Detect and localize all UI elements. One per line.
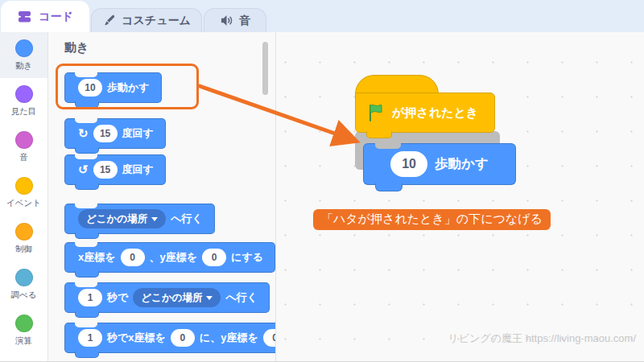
category-label: 見た目 [11,106,37,117]
block-label: へ行く [225,290,258,305]
category-sound[interactable]: 音 [0,124,47,170]
palette-category-header: 動き [64,40,89,56]
x-input[interactable]: 0 [121,249,145,266]
degrees-input[interactable]: 15 [93,161,118,179]
hat-dome [355,75,439,94]
category-looks[interactable]: 見た目 [0,78,47,124]
block-label: 秒でx座標を [107,331,166,345]
block-palette: 動き 10 歩動かす ↻ 15 度回す ↺ 15 度回す どこかの場所 へ行く … [48,32,275,362]
dropdown-value: どこかの場所 [86,212,147,226]
category-color-dot [15,39,33,57]
speaker-icon [220,14,233,27]
block-label: 秒で [107,290,128,305]
category-label: 制御 [15,244,32,255]
category-label: 音 [19,152,28,163]
degrees-input[interactable]: 15 [93,125,118,142]
glide-target-dropdown[interactable]: どこかの場所 [133,288,221,307]
category-color-dot [15,177,33,195]
block-label: にする [231,250,263,265]
category-events[interactable]: イベント [0,170,47,216]
y-input[interactable]: 0 [202,249,226,266]
code-blocks-icon [17,10,33,23]
block-set-xy[interactable]: x座標を 0 、y座標を 0 にする [64,242,275,273]
category-label: 演算 [15,335,32,347]
category-color-dot [15,223,33,241]
tab-sounds[interactable]: 音 [204,8,266,32]
block-label: 度回す [122,126,154,141]
chevron-down-icon [206,296,213,300]
dropdown-value: どこかの場所 [141,291,202,305]
green-flag-icon [367,103,385,122]
block-when-flag-clicked[interactable]: が押されたとき [355,75,495,133]
category-label: イベント [6,198,41,209]
seconds-input[interactable]: 1 [78,329,102,347]
hat-block-label: が押されたとき [392,105,478,121]
category-color-dot [15,269,33,286]
block-label: x座標を [78,250,116,265]
tutorial-annotation: 「ハタが押されたとき」の下につなげる [313,209,551,230]
block-label: へ行く [171,212,203,226]
block-turn-right[interactable]: ↻ 15 度回す [64,118,166,149]
block-label: 、y座標を [150,250,198,265]
category-operators[interactable]: 演算 [0,307,47,353]
category-color-dot [15,85,33,103]
category-color-dot [15,315,33,332]
category-motion[interactable]: 動き [0,32,47,78]
paintbrush-icon [102,14,116,27]
block-move-steps-canvas[interactable]: 10 歩動かす [363,143,516,185]
block-label: 歩動かす [107,80,150,95]
category-sensing[interactable]: 調べる [0,261,47,307]
turn-right-icon: ↻ [78,126,89,141]
code-canvas[interactable]: が押されたとき 10 歩動かす 「ハタが押されたとき」の下につなげる リビングの… [275,32,644,362]
category-color-dot [15,131,33,149]
turn-left-icon: ↺ [78,162,89,177]
palette-scrollbar[interactable] [262,42,268,95]
category-sidebar: 動き 見た目 音 イベント 制御 調べる 演算 [0,32,48,362]
y-input[interactable]: 0 [263,329,275,347]
block-glide-xy[interactable]: 1 秒でx座標を 0 に、y座標を 0 [64,323,275,353]
steps-input[interactable]: 10 [78,79,102,97]
tab-code[interactable]: コード [0,0,90,32]
seconds-input[interactable]: 1 [78,289,102,306]
tab-code-label: コード [39,10,73,24]
steps-input[interactable]: 10 [390,151,427,177]
goto-target-dropdown[interactable]: どこかの場所 [78,209,166,228]
block-move-steps[interactable]: 10 歩動かす [64,72,162,103]
site-watermark: リビングの魔王 https://living-maou.com/ [448,331,636,346]
block-turn-left[interactable]: ↺ 15 度回す [64,154,166,185]
tab-costumes[interactable]: コスチューム [91,8,202,32]
tab-sounds-label: 音 [239,14,250,28]
tab-bar: コード コスチューム 音 [0,0,644,32]
scratch-editor: コード コスチューム 音 動き 見た目 [0,0,644,362]
block-label: 度回す [122,162,154,177]
x-input[interactable]: 0 [171,329,195,347]
block-goto[interactable]: どこかの場所 へ行く [64,204,215,234]
chevron-down-icon [151,217,158,221]
category-variables[interactable] [0,353,47,362]
block-label: 歩動かす [435,155,489,173]
category-label: 調べる [11,290,37,301]
category-control[interactable]: 制御 [0,216,47,261]
category-label: 動き [15,60,32,72]
tab-costumes-label: コスチューム [122,14,191,28]
block-glide-to[interactable]: 1 秒で どこかの場所 へ行く [64,282,270,313]
block-label: に、y座標を [200,331,258,345]
